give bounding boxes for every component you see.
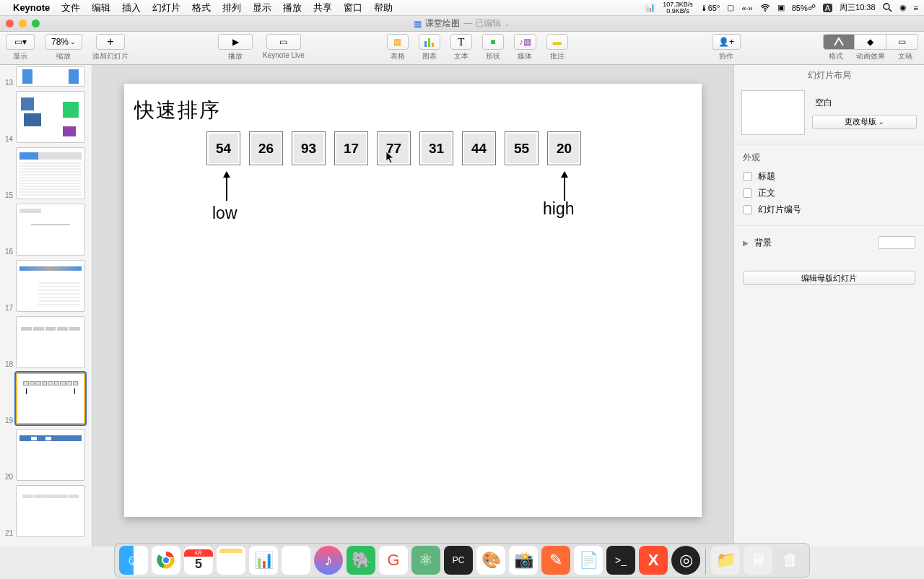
play-button[interactable]: ▶ 播放 — [218, 34, 253, 61]
body-checkbox-row[interactable]: 正文 — [734, 185, 924, 201]
clock[interactable]: 周三10:38 — [840, 2, 876, 13]
array-cell[interactable]: 20 — [547, 131, 581, 165]
array-cell[interactable]: 31 — [419, 131, 453, 165]
array-cell[interactable]: 54 — [206, 131, 240, 165]
dock-finder[interactable]: ☺ — [119, 546, 148, 575]
animate-tab[interactable]: ◆ — [855, 34, 886, 50]
checkbox[interactable] — [743, 172, 752, 181]
dock-xmind[interactable]: X — [639, 546, 668, 575]
dock-screenshot[interactable]: 📸 — [509, 546, 538, 575]
view-button[interactable]: ▭▾ 显示 — [6, 34, 35, 61]
dock-cleaner[interactable]: ✎ — [541, 546, 570, 575]
dock-recent[interactable]: 🖥 — [744, 546, 772, 575]
master-thumbnail[interactable] — [741, 90, 805, 135]
array-cell[interactable]: 93 — [292, 131, 326, 165]
menu-play[interactable]: 播放 — [283, 1, 302, 14]
dock-pycharm[interactable]: PC — [444, 546, 473, 575]
menu-format[interactable]: 格式 — [192, 1, 211, 14]
array-cell[interactable]: 44 — [462, 131, 496, 165]
dock-numbers[interactable]: 📊 — [249, 546, 278, 575]
slide-thumbnail[interactable] — [16, 66, 85, 87]
dock-obs[interactable]: ◎ — [671, 546, 700, 575]
slidenum-checkbox-row[interactable]: 幻灯片编号 — [734, 201, 924, 218]
sync-icon[interactable]: «·» — [741, 4, 752, 12]
format-tab[interactable] — [823, 34, 855, 50]
slide[interactable]: 快速排序 54 26 93 17 77 31 44 55 20 low high — [124, 84, 702, 517]
add-slide-button[interactable]: + 添加幻灯片 — [92, 34, 128, 61]
low-label[interactable]: low — [212, 204, 237, 223]
collaborate-button[interactable]: 👤+ 协作 — [712, 34, 741, 61]
checkbox[interactable] — [743, 205, 752, 214]
slide-navigator[interactable]: 13 14 15 16 17 18 19 20 21 — [0, 65, 92, 547]
battery[interactable]: 85% ☍ — [792, 3, 816, 12]
low-arrow[interactable] — [226, 172, 227, 201]
array-cell[interactable]: 26 — [249, 131, 283, 165]
title-checkbox-row[interactable]: 标题 — [734, 168, 924, 185]
dock-textedit[interactable]: 📄 — [574, 546, 603, 575]
menu-arrange[interactable]: 排列 — [222, 1, 241, 14]
checkbox[interactable] — [743, 188, 752, 198]
dock-evernote[interactable]: 🐘 — [346, 546, 375, 575]
slide-thumbnail[interactable] — [16, 204, 85, 256]
high-label[interactable]: high — [543, 199, 574, 219]
dock-notes[interactable] — [217, 546, 245, 575]
menu-file[interactable]: 文件 — [61, 1, 80, 14]
menu-edit[interactable]: 编辑 — [92, 1, 110, 14]
title-chevron-icon[interactable]: ⌄ — [505, 20, 510, 27]
close-window[interactable] — [6, 19, 14, 27]
disclosure-triangle-icon[interactable]: ▶ — [743, 239, 749, 247]
zoom-window[interactable] — [32, 19, 40, 27]
menu-slide[interactable]: 幻灯片 — [152, 1, 180, 14]
menu-share[interactable]: 共享 — [313, 1, 332, 14]
zoom-select[interactable]: 78% ⌄ 缩放 — [45, 34, 82, 61]
shape-button[interactable]: ■ 形状 — [482, 34, 504, 61]
high-arrow[interactable] — [564, 172, 565, 201]
menu-help[interactable]: 帮助 — [374, 1, 393, 14]
slide-thumbnail[interactable] — [16, 429, 85, 481]
menu-view[interactable]: 显示 — [253, 1, 271, 14]
array-cell[interactable]: 77 — [377, 131, 411, 165]
minimize-window[interactable] — [19, 19, 27, 27]
menu-window[interactable]: 窗口 — [344, 1, 362, 14]
dock-terminal[interactable]: >_ — [606, 546, 635, 575]
array-cell[interactable]: 17 — [334, 131, 368, 165]
dock-chrome[interactable] — [152, 546, 180, 575]
slide-thumbnail-selected[interactable] — [16, 373, 85, 425]
dock-folder[interactable]: 📁 — [711, 546, 740, 575]
edit-master-button[interactable]: 编辑母版幻灯片 — [743, 271, 915, 285]
stats-icon[interactable]: 📊 — [645, 3, 655, 12]
siri-icon[interactable]: ◉ — [899, 3, 907, 12]
comment-button[interactable]: ▬ 批注 — [546, 34, 568, 61]
dock-app[interactable]: 🗂 — [282, 546, 310, 575]
spotlight-icon[interactable] — [883, 3, 892, 12]
slide-thumbnail[interactable] — [16, 91, 85, 143]
keynote-live-button[interactable]: ▭ Keynote Live — [263, 34, 305, 59]
slide-thumbnail[interactable] — [16, 147, 85, 199]
slide-thumbnail[interactable] — [16, 485, 85, 537]
dock-itunes[interactable]: ♪ — [314, 546, 343, 575]
change-master-button[interactable]: 更改母版 ⌄ — [812, 115, 917, 129]
dock-calendar[interactable]: 4月5 — [184, 546, 213, 575]
media-button[interactable]: ♪▦ 媒体 — [514, 34, 536, 61]
display-icon[interactable]: ▢ — [727, 3, 734, 12]
dock-atom[interactable]: ⚛ — [411, 546, 440, 575]
dock-trash[interactable]: 🗑 — [776, 546, 805, 575]
slide-title[interactable]: 快速排序 — [134, 97, 221, 124]
array-cell[interactable]: 55 — [505, 131, 539, 165]
airplay-icon[interactable]: ▣ — [777, 3, 785, 12]
input-source[interactable]: A — [823, 4, 832, 12]
app-menu[interactable]: Keynote — [13, 2, 50, 13]
menu-insert[interactable]: 插入 — [122, 1, 141, 14]
notification-center-icon[interactable]: ≡ — [914, 4, 918, 12]
dock-paint[interactable]: 🎨 — [476, 546, 505, 575]
dock-wps[interactable]: G — [379, 546, 408, 575]
canvas[interactable]: 快速排序 54 26 93 17 77 31 44 55 20 low high — [92, 65, 733, 547]
document-tab[interactable]: ▭ — [886, 34, 918, 50]
text-button[interactable]: T 文本 — [450, 34, 472, 61]
background-color-well[interactable] — [878, 236, 915, 249]
table-button[interactable]: ▦ 表格 — [387, 34, 409, 61]
slide-thumbnail[interactable] — [16, 260, 85, 312]
slide-thumbnail[interactable] — [16, 316, 85, 368]
wifi-icon[interactable] — [760, 4, 770, 12]
chart-button[interactable]: 图表 — [419, 34, 440, 61]
